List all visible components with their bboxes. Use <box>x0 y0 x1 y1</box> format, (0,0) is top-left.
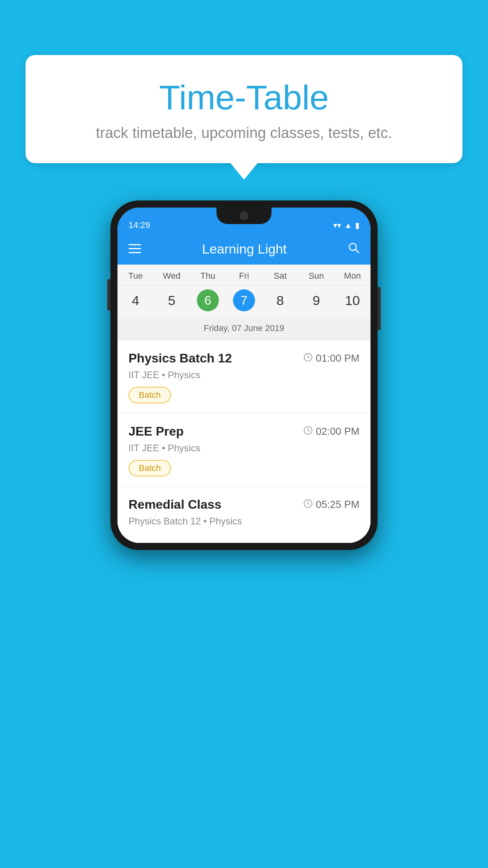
svg-rect-1 <box>128 248 141 249</box>
selected-day-circle[interactable]: 7 <box>233 289 255 311</box>
schedule-item-header: Remedial Class 05:25 PM <box>128 497 360 512</box>
speech-bubble-section: Time-Table track timetable, upcoming cla… <box>26 55 462 163</box>
volume-button <box>107 279 110 311</box>
phone-mockup: 14:29 ▾▾ ▲ ▮ Learning Light <box>110 200 378 550</box>
schedule-item-header: Physics Batch 12 01:00 PM <box>128 351 360 366</box>
day-10[interactable]: 10 <box>334 289 371 311</box>
schedule-item-time: 05:25 PM <box>303 498 360 511</box>
schedule-item-time: 01:00 PM <box>303 352 360 364</box>
batch-tag: Batch <box>128 460 171 476</box>
clock-icon <box>303 353 313 364</box>
day-name-tue[interactable]: Tue <box>117 265 154 285</box>
app-feature-title: Time-Table <box>41 79 447 117</box>
schedule-list: Physics Batch 12 01:00 PM <box>117 340 371 543</box>
svg-line-7 <box>308 357 310 358</box>
search-icon[interactable] <box>348 242 360 257</box>
schedule-item-time: 02:00 PM <box>303 425 360 438</box>
app-bar: Learning Light <box>117 234 371 265</box>
svg-line-13 <box>308 504 310 504</box>
time-text: 02:00 PM <box>316 425 360 438</box>
day-name-fri[interactable]: Fri <box>226 265 262 285</box>
menu-icon[interactable] <box>128 243 141 256</box>
time-text: 01:00 PM <box>316 352 360 364</box>
day-7[interactable]: 7 <box>226 289 262 311</box>
day-name-wed[interactable]: Wed <box>154 265 190 285</box>
calendar-week: Tue Wed Thu Fri Sat Sun Mon 4 5 6 7 <box>117 265 371 340</box>
svg-line-4 <box>356 250 359 253</box>
schedule-item-header: JEE Prep 02:00 PM <box>128 424 360 439</box>
battery-icon: ▮ <box>355 221 360 230</box>
day-name-sun[interactable]: Sun <box>298 265 334 285</box>
schedule-item-subtitle: IIT JEE • Physics <box>128 370 360 381</box>
schedule-item-title: Remedial Class <box>128 497 222 512</box>
schedule-item-title: Physics Batch 12 <box>128 351 232 366</box>
wifi-icon: ▾▾ <box>333 221 341 230</box>
day-name-sat[interactable]: Sat <box>262 265 298 285</box>
svg-rect-2 <box>128 252 141 253</box>
status-icons: ▾▾ ▲ ▮ <box>333 221 360 230</box>
batch-tag: Batch <box>128 387 171 403</box>
svg-line-10 <box>308 430 310 431</box>
status-time: 14:29 <box>128 220 150 230</box>
schedule-item-title: JEE Prep <box>128 424 184 439</box>
signal-icon: ▲ <box>344 221 352 230</box>
day-5[interactable]: 5 <box>154 289 190 311</box>
phone-notch <box>216 208 272 224</box>
phone-camera <box>240 211 248 220</box>
app-feature-subtitle: track timetable, upcoming classes, tests… <box>41 125 447 142</box>
clock-icon <box>303 499 313 511</box>
speech-bubble: Time-Table track timetable, upcoming cla… <box>26 55 462 163</box>
day-4[interactable]: 4 <box>117 289 154 311</box>
phone-body: 14:29 ▾▾ ▲ ▮ Learning Light <box>110 200 378 550</box>
schedule-item[interactable]: Remedial Class 05:25 PM <box>117 486 371 543</box>
clock-icon <box>303 426 313 438</box>
power-button <box>378 287 381 330</box>
schedule-item-subtitle: Physics Batch 12 • Physics <box>128 516 360 527</box>
selected-date-label: Friday, 07 June 2019 <box>117 318 371 340</box>
day-numbers-row: 4 5 6 7 8 9 10 <box>117 285 371 318</box>
day-9[interactable]: 9 <box>298 289 334 311</box>
schedule-item-subtitle: IIT JEE • Physics <box>128 443 360 454</box>
day-name-thu[interactable]: Thu <box>190 265 226 285</box>
day-8[interactable]: 8 <box>262 289 298 311</box>
today-circle[interactable]: 6 <box>197 289 219 311</box>
time-text: 05:25 PM <box>316 498 360 511</box>
schedule-item[interactable]: Physics Batch 12 01:00 PM <box>117 340 371 413</box>
schedule-item[interactable]: JEE Prep 02:00 PM <box>117 413 371 486</box>
day-6[interactable]: 6 <box>190 289 226 311</box>
day-name-mon[interactable]: Mon <box>334 265 371 285</box>
phone-screen: 14:29 ▾▾ ▲ ▮ Learning Light <box>117 208 371 543</box>
day-names-row: Tue Wed Thu Fri Sat Sun Mon <box>117 265 371 285</box>
app-title: Learning Light <box>202 241 287 257</box>
svg-rect-0 <box>128 244 141 245</box>
